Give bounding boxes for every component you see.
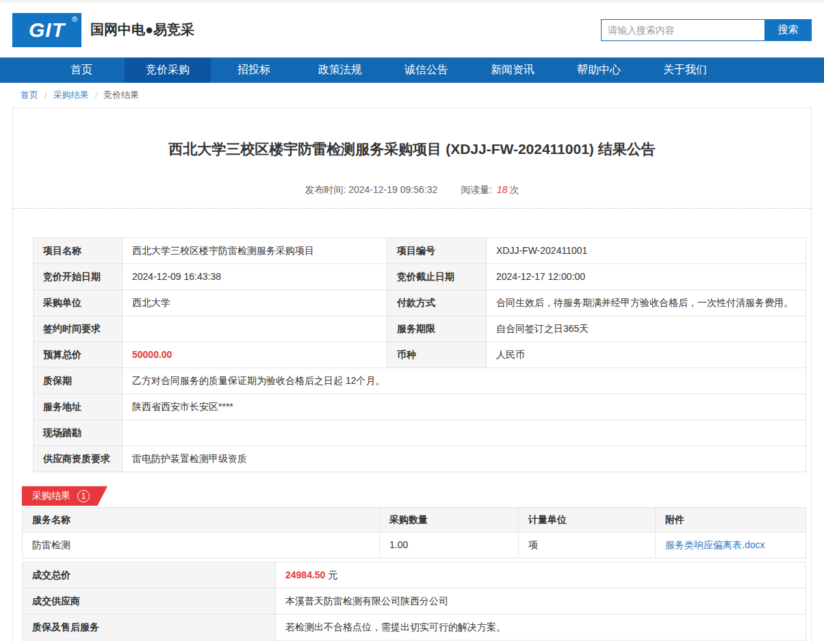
- field-value: 西北大学: [123, 290, 387, 316]
- nav-item-policy[interactable]: 政策法规: [297, 57, 383, 83]
- views-label: 阅读量:: [461, 184, 495, 195]
- site-header: GIT ® 国网中电●易竞采 搜索: [0, 2, 824, 57]
- deal-total-price-cell: 24984.50元: [276, 563, 806, 589]
- field-label: 竞价截止日期: [387, 264, 487, 290]
- table-row: 签约时间要求 服务期限 自合同签订之日365天: [34, 316, 806, 342]
- breadcrumb-separator: /: [44, 90, 47, 101]
- result-items-table: 服务名称 采购数量 计量单位 附件 防雷检测 1.00 项 服务类响应偏离表.d…: [22, 507, 806, 558]
- search-box: 搜索: [601, 19, 812, 41]
- table-row: 服务地址 陕西省西安市长安区****: [34, 394, 806, 420]
- result-summary-table: 成交总价 24984.50元 成交供应商 本溪普天防雷检测有限公司陕西分公司 质…: [22, 562, 806, 641]
- table-row: 采购单位 西北大学 付款方式 合同生效后，待服务期满并经甲方验收合格后，一次性付…: [34, 290, 806, 316]
- nav-item-help[interactable]: 帮助中心: [556, 57, 642, 83]
- views-count: 18: [497, 184, 508, 195]
- breadcrumb: 首页 / 采购结果 / 竞价结果: [0, 83, 824, 107]
- field-label: 现场踏勘: [34, 420, 123, 446]
- field-value: 西北大学三校区楼宇防雷检测服务采购项目: [123, 238, 387, 264]
- git-logo[interactable]: GIT ®: [12, 13, 81, 47]
- field-label: 项目名称: [34, 238, 123, 264]
- field-label: 币种: [387, 342, 487, 368]
- nav-item-tender[interactable]: 招投标: [211, 57, 297, 83]
- nav-item-integrity-notice[interactable]: 诚信公告: [383, 57, 469, 83]
- field-value: 人民币: [487, 342, 806, 368]
- field-label: 成交总价: [23, 563, 276, 589]
- publish-info: 发布时间: 2024-12-19 09:56:32阅读量: 18次: [13, 184, 811, 196]
- field-label: 项目编号: [387, 238, 487, 264]
- table-row: 现场踏勘: [34, 420, 806, 446]
- column-header: 计量单位: [519, 508, 656, 532]
- nav-item-home[interactable]: 首页: [38, 57, 125, 83]
- dashed-divider: [13, 208, 811, 209]
- publish-time: 2024-12-19 09:56:32: [348, 184, 437, 195]
- field-label: 质保期: [34, 368, 123, 394]
- field-label: 成交供应商: [23, 589, 276, 615]
- purchase-result-label: 采购结果: [32, 490, 70, 502]
- breadcrumb-link-home[interactable]: 首页: [21, 89, 38, 101]
- nav-item-about[interactable]: 关于我们: [642, 57, 728, 83]
- field-label: 服务地址: [34, 394, 123, 420]
- field-label: 供应商资质要求: [34, 446, 123, 472]
- table-row: 供应商资质要求 雷电防护装置检测甲级资质: [34, 446, 806, 472]
- field-value: 自合同签订之日365天: [487, 316, 806, 342]
- column-header: 附件: [656, 508, 806, 532]
- nav-item-bidding-purchase[interactable]: 竞价采购: [125, 57, 211, 83]
- announcement-panel: 西北大学三校区楼宇防雷检测服务采购项目 (XDJJ-FW-202411001) …: [12, 107, 812, 643]
- purchase-quantity: 1.00: [380, 532, 519, 558]
- breadcrumb-current: 竞价结果: [103, 89, 139, 101]
- main-nav: 首页 竞价采购 招投标 政策法规 诚信公告 新闻资讯 帮助中心 关于我们: [0, 57, 824, 83]
- result-count-badge: 1: [77, 490, 90, 502]
- table-header-row: 服务名称 采购数量 计量单位 附件: [23, 508, 806, 532]
- field-label: 签约时间要求: [34, 316, 123, 342]
- registered-trademark-icon: ®: [72, 15, 78, 23]
- breadcrumb-separator: /: [95, 90, 98, 101]
- field-value: 合同生效后，待服务期满并经甲方验收合格后，一次性付清服务费用。: [487, 290, 806, 316]
- currency-suffix: 元: [328, 569, 337, 580]
- nav-item-news[interactable]: 新闻资讯: [469, 57, 556, 83]
- attachment-link[interactable]: 服务类响应偏离表.docx: [665, 539, 764, 550]
- field-value: [123, 420, 806, 446]
- field-label: 服务期限: [387, 316, 487, 342]
- breadcrumb-link-purchase-results[interactable]: 采购结果: [53, 89, 89, 101]
- logo-text: GIT: [29, 18, 65, 42]
- unit-of-measure: 项: [519, 532, 656, 558]
- field-label: 付款方式: [387, 290, 487, 316]
- field-label: 质保及售后服务: [23, 615, 276, 641]
- purchase-result-ribbon: 采购结果 1: [22, 486, 107, 506]
- field-value: 乙方对合同服务的质量保证期为验收合格后之日起 12个月。: [123, 368, 806, 394]
- budget-total-value: 50000.00: [123, 342, 387, 368]
- warranty-after-sales: 若检测出不合格点位，需提出切实可行的解决方案。: [276, 615, 806, 641]
- views-unit: 次: [510, 184, 519, 195]
- site-title: 国网中电●易竞采: [90, 21, 194, 39]
- field-value: 雷电防护装置检测甲级资质: [123, 446, 806, 472]
- column-header: 采购数量: [380, 508, 519, 532]
- field-label: 预算总价: [34, 342, 123, 368]
- purchase-result-section: 采购结果 1 服务名称 采购数量 计量单位 附件 防雷检测 1.00 项 服务类…: [22, 486, 806, 641]
- field-label: 采购单位: [34, 290, 123, 316]
- table-row: 项目名称 西北大学三校区楼宇防雷检测服务采购项目 项目编号 XDJJ-FW-20…: [34, 238, 806, 264]
- publish-time-label: 发布时间:: [305, 184, 348, 195]
- table-row: 预算总价 50000.00 币种 人民币: [34, 342, 806, 368]
- table-row: 质保及售后服务 若检测出不合格点位，需提出切实可行的解决方案。: [23, 615, 806, 641]
- table-row: 防雷检测 1.00 项 服务类响应偏离表.docx: [23, 532, 806, 558]
- deal-total-price: 24984.50: [285, 569, 325, 580]
- search-button[interactable]: 搜索: [764, 19, 812, 41]
- search-input[interactable]: [601, 19, 764, 41]
- service-name: 防雷检测: [23, 532, 380, 558]
- page-title: 西北大学三校区楼宇防雷检测服务采购项目 (XDJJ-FW-202411001) …: [40, 139, 784, 159]
- project-info-table: 项目名称 西北大学三校区楼宇防雷检测服务采购项目 项目编号 XDJJ-FW-20…: [33, 237, 806, 472]
- field-value: 陕西省西安市长安区****: [123, 394, 806, 420]
- table-row: 成交总价 24984.50元: [23, 563, 806, 589]
- field-value: XDJJ-FW-202411001: [487, 238, 806, 264]
- column-header: 服务名称: [23, 508, 380, 532]
- winning-supplier: 本溪普天防雷检测有限公司陕西分公司: [276, 589, 806, 615]
- table-row: 成交供应商 本溪普天防雷检测有限公司陕西分公司: [23, 589, 806, 615]
- field-label: 竞价开始日期: [34, 264, 123, 290]
- field-value: [123, 316, 387, 342]
- field-value: 2024-12-09 16:43:38: [123, 264, 387, 290]
- field-value: 2024-12-17 12:00:00: [487, 264, 806, 290]
- table-row: 质保期 乙方对合同服务的质量保证期为验收合格后之日起 12个月。: [34, 368, 806, 394]
- table-row: 竞价开始日期 2024-12-09 16:43:38 竞价截止日期 2024-1…: [34, 264, 806, 290]
